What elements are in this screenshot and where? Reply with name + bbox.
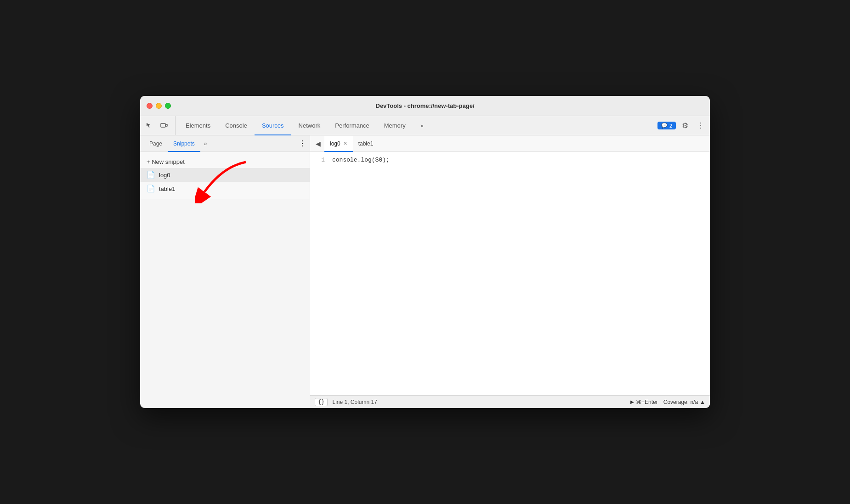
- line-number-1: 1: [310, 156, 332, 165]
- main-toolbar: Elements Console Sources Network Perform…: [140, 116, 710, 135]
- minimize-button[interactable]: [156, 103, 162, 109]
- sidebar-tabs: Page Snippets » ⋮: [140, 135, 310, 152]
- chat-icon: 💬: [661, 123, 668, 129]
- editor-tab-table1-label: table1: [358, 140, 374, 147]
- run-button[interactable]: ▶ ⌘+Enter: [630, 399, 658, 405]
- cursor-position: Line 1, Column 17: [332, 399, 377, 405]
- snippet-name-log0: log0: [159, 172, 170, 179]
- main-tabs: Elements Console Sources Network Perform…: [178, 116, 654, 135]
- settings-button[interactable]: ⚙: [679, 119, 691, 132]
- sidebar-tab-more[interactable]: »: [200, 135, 211, 151]
- toolbar-icons: [143, 116, 176, 135]
- tab-memory[interactable]: Memory: [377, 117, 413, 135]
- tab-performance[interactable]: Performance: [328, 117, 376, 135]
- tab-elements[interactable]: Elements: [178, 117, 218, 135]
- window-title: DevTools - chrome://new-tab-page/: [375, 102, 474, 109]
- code-line-1: 1 console.log($0);: [310, 156, 710, 165]
- snippet-icon-log0: 📄: [147, 171, 155, 179]
- chat-count: 2: [669, 123, 672, 129]
- editor-close-all-button[interactable]: ◀: [312, 135, 324, 151]
- tab-more[interactable]: »: [413, 117, 431, 135]
- close-button[interactable]: [147, 103, 153, 109]
- code-editor[interactable]: 1 console.log($0);: [310, 152, 710, 395]
- play-icon: ▶: [630, 399, 634, 404]
- coverage-icon: ▲: [700, 399, 705, 405]
- maximize-button[interactable]: [165, 103, 171, 109]
- snippet-icon-table1: 📄: [147, 185, 155, 193]
- svg-rect-0: [161, 123, 165, 127]
- statusbar: {} Line 1, Column 17 ▶ ⌘+Enter Coverage:…: [310, 395, 710, 408]
- tab-sources[interactable]: Sources: [255, 117, 291, 135]
- snippet-item-table1[interactable]: 📄 table1: [140, 182, 310, 196]
- titlebar: DevTools - chrome://new-tab-page/: [140, 96, 710, 116]
- toolbar-right: 💬 2 ⚙ ⋮: [654, 116, 707, 135]
- line-code-1: console.log($0);: [332, 156, 390, 165]
- tab-network[interactable]: Network: [291, 117, 328, 135]
- sidebar: Page Snippets » ⋮ + New snippet 📄 log0: [140, 135, 310, 199]
- editor-tabs: ◀ log0 ✕ table1: [310, 135, 710, 152]
- editor-tab-table1[interactable]: table1: [353, 136, 379, 152]
- run-shortcut: ⌘+Enter: [636, 399, 658, 405]
- sidebar-tab-snippets[interactable]: Snippets: [168, 136, 200, 152]
- sidebar-tab-page[interactable]: Page: [144, 136, 168, 152]
- sidebar-content: + New snippet 📄 log0 📄 table1: [140, 152, 310, 199]
- editor-area: ◀ log0 ✕ table1 1 console.log($0);: [310, 135, 710, 408]
- sidebar-tab-menu[interactable]: ⋮: [299, 135, 306, 151]
- coverage-button[interactable]: Coverage: n/a ▲: [663, 399, 705, 405]
- more-menu-button[interactable]: ⋮: [694, 119, 707, 132]
- device-icon[interactable]: [158, 119, 170, 132]
- snippet-name-table1: table1: [159, 185, 175, 192]
- snippet-item-log0[interactable]: 📄 log0: [140, 168, 310, 182]
- sidebar-wrapper: Page Snippets » ⋮ + New snippet 📄 log0: [140, 135, 310, 408]
- statusbar-right: ▶ ⌘+Enter Coverage: n/a ▲: [630, 399, 705, 405]
- editor-tab-log0-close[interactable]: ✕: [343, 141, 347, 146]
- inspect-icon[interactable]: [143, 119, 156, 132]
- content-area: Page Snippets » ⋮ + New snippet 📄 log0: [140, 135, 710, 408]
- chat-badge[interactable]: 💬 2: [657, 122, 676, 129]
- editor-tab-log0[interactable]: log0 ✕: [324, 136, 353, 152]
- coverage-label: Coverage: n/a: [663, 399, 698, 405]
- editor-tab-log0-label: log0: [330, 140, 340, 147]
- format-button[interactable]: {}: [315, 398, 328, 406]
- statusbar-left: {} Line 1, Column 17: [315, 398, 377, 406]
- traffic-lights: [147, 103, 171, 109]
- new-snippet-button[interactable]: + New snippet: [140, 156, 310, 168]
- tab-console[interactable]: Console: [218, 117, 255, 135]
- svg-rect-1: [166, 124, 167, 126]
